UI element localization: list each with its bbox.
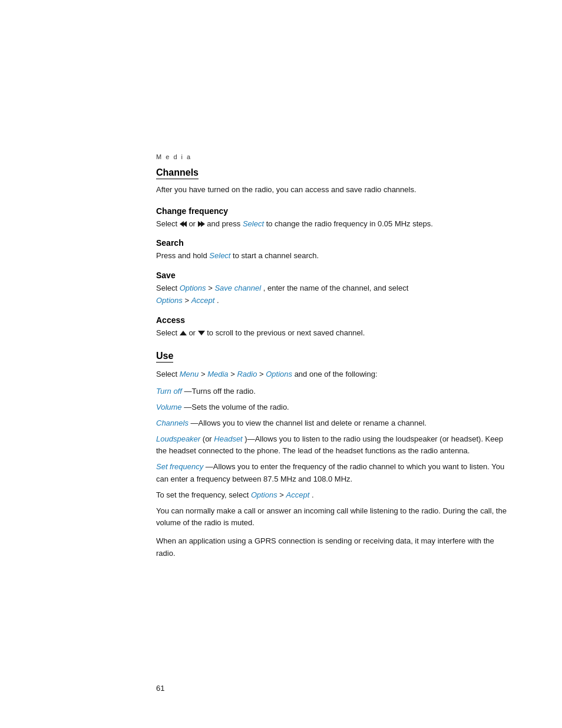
content-area: M e d i a Channels After you have turned…: [156, 0, 515, 560]
channels-link[interactable]: Channels: [156, 419, 189, 427]
search-prefix: Press and hold: [156, 251, 209, 260]
ffwd-icon: [198, 219, 207, 228]
access-or: or: [189, 328, 197, 337]
use-nav-sep3: >: [259, 370, 266, 378]
option-channels: Channels —Allows you to view the channel…: [156, 417, 515, 430]
set-frequency-link[interactable]: Set frequency: [156, 462, 203, 471]
use-nav-sep1: >: [201, 370, 207, 378]
loudspeaker-link[interactable]: Loudspeaker: [156, 434, 200, 443]
save-channel-link[interactable]: Save channel: [214, 284, 261, 292]
set-freq-prefix: To set the frequency, select: [156, 490, 251, 499]
use-section: Use Select Menu > Media > Radio > Option…: [156, 351, 515, 559]
search-title: Search: [156, 238, 515, 248]
option-loudspeaker: Loudspeaker (or Headset )—Allows you to …: [156, 433, 515, 458]
save-accept-link[interactable]: Accept: [191, 296, 215, 305]
cf-prefix: Select: [156, 219, 180, 228]
save-body: Select Options > Save channel , enter th…: [156, 282, 515, 307]
section-label: M e d i a: [156, 153, 515, 160]
cf-select-link[interactable]: Select: [243, 219, 264, 228]
change-frequency-title: Change frequency: [156, 206, 515, 216]
turn-off-dash: —Turns off the radio.: [184, 387, 255, 396]
turn-off-link[interactable]: Turn off: [156, 387, 182, 396]
headset-link[interactable]: Headset: [214, 434, 242, 443]
media-link[interactable]: Media: [207, 370, 228, 378]
access-title: Access: [156, 315, 515, 325]
save-sep1: >: [208, 284, 214, 292]
channels-dash: —Allows you to view the channel list and…: [191, 419, 427, 427]
page: M e d i a Channels After you have turned…: [0, 0, 562, 728]
use-nav-suffix: and one of the following:: [295, 370, 378, 378]
channels-intro: After you have turned on the radio, you …: [156, 184, 515, 196]
radio-link[interactable]: Radio: [237, 370, 257, 378]
cf-suffix: to change the radio frequency in 0.05 MH…: [266, 219, 433, 228]
option-turn-off: Turn off —Turns off the radio.: [156, 386, 515, 398]
cf-middle: and press: [207, 219, 243, 228]
save-period: .: [217, 296, 219, 305]
save-options-link2[interactable]: Options: [156, 296, 183, 305]
volume-dash: —Sets the volume of the radio.: [184, 403, 289, 411]
rewind-icon: [180, 219, 189, 228]
set-freq-options-link[interactable]: Options: [251, 490, 277, 499]
set-freq-sep: >: [279, 490, 286, 499]
save-sep2: >: [184, 296, 191, 305]
page-number: 61: [156, 684, 164, 693]
channels-title: Channels: [156, 167, 199, 179]
volume-link[interactable]: Volume: [156, 403, 182, 411]
option-volume: Volume —Sets the volume of the radio.: [156, 401, 515, 414]
access-prefix: Select: [156, 328, 180, 337]
change-frequency-body: Select or and press Select to change the…: [156, 218, 515, 230]
use-nav: Select Menu > Media > Radio > Options an…: [156, 368, 515, 381]
access-suffix: to scroll to the previous or next saved …: [207, 328, 365, 337]
save-middle: , enter the name of the channel, and sel…: [263, 284, 408, 292]
access-body: Select or to scroll to the previous or n…: [156, 327, 515, 340]
down-icon: [198, 328, 205, 337]
option-set-frequency: Set frequency —Allows you to enter the f…: [156, 461, 515, 486]
paragraph1: You can normally make a call or answer a…: [156, 505, 515, 530]
set-freq-accept-link[interactable]: Accept: [286, 490, 310, 499]
channels-section: Channels After you have turned on the ra…: [156, 167, 515, 339]
search-suffix: to start a channel search.: [233, 251, 319, 260]
up-icon: [180, 328, 187, 337]
menu-link[interactable]: Menu: [180, 370, 199, 378]
options-link[interactable]: Options: [266, 370, 292, 378]
save-options-link[interactable]: Options: [180, 284, 206, 292]
set-freq-desc: —Allows you to enter the frequency of th…: [156, 462, 504, 483]
search-body: Press and hold Select to start a channel…: [156, 250, 515, 262]
cf-or: or: [189, 219, 197, 228]
use-title: Use: [156, 351, 173, 363]
save-title: Save: [156, 271, 515, 280]
search-select-link[interactable]: Select: [209, 251, 230, 260]
set-freq-period: .: [312, 490, 314, 499]
save-prefix: Select: [156, 284, 180, 292]
use-nav-prefix: Select: [156, 370, 180, 378]
set-frequency-line2: To set the frequency, select Options > A…: [156, 489, 515, 502]
paragraph2: When an application using a GPRS connect…: [156, 535, 515, 560]
loudspeaker-paren-open: (or: [203, 434, 214, 443]
use-nav-sep2: >: [230, 370, 237, 378]
